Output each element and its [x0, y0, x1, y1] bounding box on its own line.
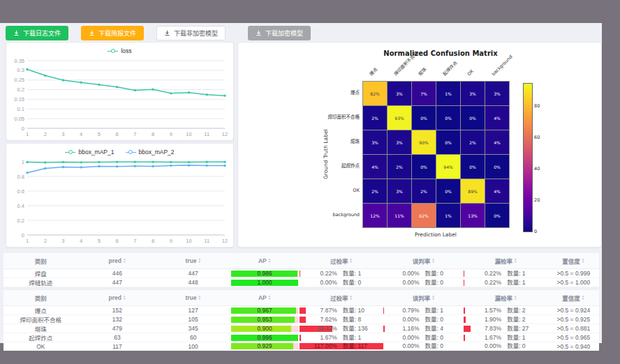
cell-pred: 446 [78, 269, 157, 278]
svg-text:10: 10 [186, 238, 191, 244]
svg-text:0.2: 0.2 [17, 218, 24, 224]
cell-true: 60 [156, 333, 230, 342]
legend-item-bbox-map-1[interactable]: bbox_mAP_1 [65, 149, 114, 156]
column-header-mis[interactable]: 误判率▲▼ [383, 253, 464, 269]
svg-text:9: 9 [170, 131, 172, 137]
cm-row-label: 起焊炸点 [273, 154, 360, 178]
cell-miss: 1.67%数量: 1 [464, 333, 547, 342]
cm-cell: 3% [388, 130, 411, 154]
cell-miss: 0.22%数量: 1 [464, 269, 547, 278]
cm-cell: 3% [363, 130, 387, 154]
sort-caret-icon[interactable]: ▲▼ [198, 295, 200, 301]
cell-conf: >0.5 = 0.881 [548, 324, 599, 333]
column-header-miss[interactable]: 漏检率▲▼ [464, 290, 547, 306]
cm-cell: 0% [436, 130, 460, 154]
cm-cell: 3% [388, 179, 411, 203]
map-chart-card: bbox_mAP_1 bbox_mAP_2 00.20.40.60.811234… [6, 143, 234, 248]
table-row: 焊缝轨迹4474481.0000.00%数量: 00.00%数量: 00.22%… [3, 278, 599, 287]
svg-text:9: 9 [170, 238, 172, 244]
svg-text:3: 3 [61, 238, 64, 244]
cell-pred: 479 [78, 324, 157, 333]
cell-true: 448 [156, 278, 230, 287]
column-label: 类别 [35, 294, 47, 302]
svg-text:0.05: 0.05 [14, 116, 24, 122]
sort-caret-icon[interactable]: ▲▼ [123, 295, 126, 301]
column-label: 误判率 [413, 294, 431, 302]
legend-item-loss[interactable]: loss [108, 47, 131, 54]
column-label: true [185, 294, 196, 301]
cell-mis: 0.00%数量: 0 [383, 315, 464, 324]
legend-item-bbox-map-2[interactable]: bbox_mAP_2 [126, 149, 175, 156]
sort-caret-icon[interactable]: ▲▼ [582, 295, 584, 301]
sort-caret-icon[interactable]: ▲▼ [514, 295, 517, 301]
column-label: true [185, 257, 196, 264]
cm-cell: 1% [436, 82, 460, 105]
column-header-ap[interactable]: AP▲▼ [230, 290, 300, 306]
map-chart-legend: bbox_mAP_1 bbox_mAP_2 [6, 144, 233, 157]
download-log-button[interactable]: 下载日志文件 [6, 26, 68, 40]
svg-text:5: 5 [98, 238, 101, 244]
column-header-ap[interactable]: AP▲▼ [230, 253, 300, 269]
svg-text:0.25: 0.25 [14, 77, 24, 83]
column-header-pred[interactable]: pred▲▼ [78, 290, 157, 306]
cm-cell: 4% [485, 179, 509, 203]
cell-class: 焊印面积不合格 [3, 315, 78, 324]
sort-caret-icon[interactable]: ▲▼ [350, 295, 353, 301]
cm-row-label: background [273, 203, 360, 227]
svg-text:7: 7 [133, 131, 136, 137]
sort-caret-icon[interactable]: ▲▼ [123, 258, 126, 264]
column-header-miss[interactable]: 漏检率▲▼ [464, 253, 547, 269]
download-unencrypted-model-button[interactable]: 下载非加密模型 [156, 26, 226, 40]
svg-text:2: 2 [44, 131, 47, 137]
cell-over: 39.42%数量: 136 [300, 324, 383, 333]
cell-over: 117.00%数量: 117 [300, 342, 383, 351]
column-header-conf[interactable]: 置信度▲▼ [548, 253, 599, 269]
download-report-button[interactable]: 下载简报文件 [81, 26, 144, 40]
cell-conf: >0.5 = 0.999 [548, 269, 599, 278]
cm-col-label: 爆点 [368, 66, 379, 77]
cell-mis: 0.00%数量: 0 [383, 333, 464, 342]
cell-over: 7.62%数量: 8 [300, 315, 383, 324]
sort-caret-icon[interactable]: ▲▼ [431, 295, 434, 301]
sort-caret-icon[interactable]: ▲▼ [350, 258, 353, 264]
column-header-true[interactable]: true▲▼ [156, 290, 230, 306]
sort-caret-icon[interactable]: ▲▼ [268, 295, 271, 301]
cell-true: 447 [156, 269, 230, 278]
sort-caret-icon[interactable]: ▲▼ [514, 258, 517, 264]
svg-text:8: 8 [152, 238, 154, 244]
column-header-true[interactable]: true▲▼ [156, 253, 230, 269]
sort-caret-icon[interactable]: ▲▼ [198, 258, 200, 264]
legend-label: bbox_mAP_1 [78, 149, 114, 156]
cell-class: 起焊炸点 [3, 333, 78, 342]
cell-over: 1.67%数量: 1 [300, 333, 383, 342]
cm-row-label: 熔珠 [273, 130, 360, 153]
cm-cell: 0% [412, 155, 436, 179]
sort-caret-icon[interactable]: ▲▼ [268, 258, 271, 264]
column-header-over[interactable]: 过检率▲▼ [300, 253, 383, 269]
svg-text:3: 3 [61, 131, 64, 137]
table-row: OK1171000.929117.00%数量: 1170.00%数量: 00.0… [3, 342, 599, 351]
column-header-class: 类别 [3, 290, 78, 306]
metrics-table-1: 类别pred▲▼true▲▼AP▲▼过检率▲▼误判率▲▼漏检率▲▼置信度▲▼焊盘… [3, 253, 599, 287]
download-encrypted-model-button[interactable]: 下载加密模型 [248, 26, 311, 40]
column-header-conf[interactable]: 置信度▲▼ [548, 290, 599, 306]
column-header-over[interactable]: 过检率▲▼ [300, 290, 383, 306]
sort-caret-icon[interactable]: ▲▼ [582, 258, 584, 264]
svg-text:0.2: 0.2 [17, 86, 24, 93]
legend-label: bbox_mAP_2 [139, 149, 175, 156]
column-header-pred[interactable]: pred▲▼ [78, 253, 157, 269]
cell-over: 7.87%数量: 10 [300, 306, 383, 315]
cm-cell: 4% [485, 106, 509, 130]
column-header-mis[interactable]: 误判率▲▼ [383, 290, 464, 306]
table-row: 爆点1521270.9677.87%数量: 100.79%数量: 11.57%数… [3, 306, 599, 315]
cm-cell: 0% [485, 204, 509, 227]
cell-class: 熔珠 [3, 324, 78, 333]
download-icon [13, 30, 20, 36]
cell-ap: 0.967 [230, 306, 300, 315]
cm-cell: 2% [388, 155, 411, 179]
sort-caret-icon[interactable]: ▲▼ [431, 258, 434, 264]
cell-pred: 447 [78, 278, 157, 287]
svg-text:5: 5 [98, 131, 101, 137]
cm-cell: 0% [436, 179, 460, 203]
cell-true: 105 [156, 315, 230, 324]
